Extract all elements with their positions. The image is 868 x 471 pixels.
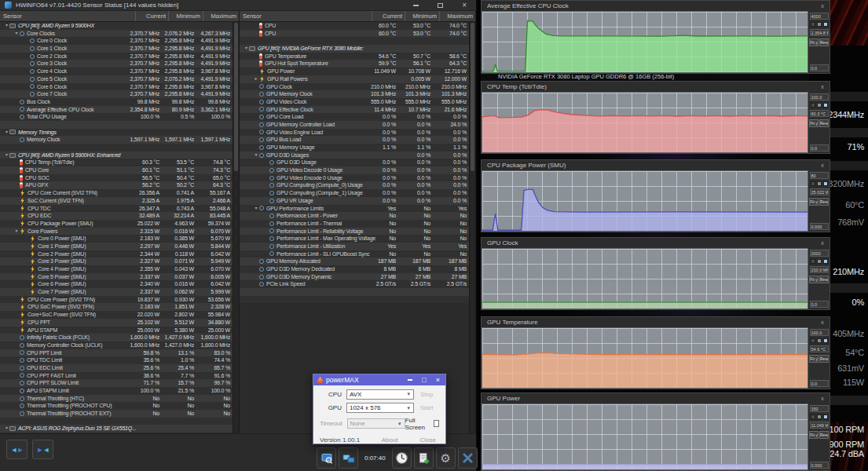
sensor-row[interactable]: Memory Controller Clock (UCLK)1,600.0 MH… <box>0 341 233 349</box>
sensor-row[interactable]: Core 3 Power (SMU)2.327 W0.071 W5.949 W <box>0 257 233 265</box>
maximize-icon[interactable] <box>438 3 443 8</box>
sensor-row[interactable]: ▾Core Powers2.315 W0.016 W6.070 W <box>0 228 233 236</box>
sensor-row[interactable]: Core 7 Clock2,370.7 MHz2,295.8 MHz4,491.… <box>0 90 233 98</box>
sensor-row[interactable]: Core 0 Clock2,370.7 MHz2,295.8 MHz4,491.… <box>0 37 233 45</box>
sensor-row[interactable]: CPU Temp (Tctl/Tdie)60.3 °C53.5 °C74.8 °… <box>0 159 233 166</box>
sensor-row[interactable]: Core 1 Power (SMU)2.297 W0.446 W5.844 W <box>0 243 233 250</box>
close-icon[interactable]: x <box>821 162 824 169</box>
cpu-test-select[interactable]: AVX ▼ <box>346 389 414 400</box>
reset-button[interactable]: Reset <box>819 38 829 46</box>
sensor-row[interactable]: Core+SoC Power (SVI2 TFN)22.020 W2.802 W… <box>0 311 233 319</box>
sensor-row[interactable]: CPU TDC26.347 A0.743 A55.048 A <box>0 205 233 213</box>
expand-arrow-icon[interactable]: ▸ <box>253 75 259 83</box>
sensor-row[interactable]: GPU Video Encode 0 Usage0.0 %0.0 %0.0 % <box>240 174 469 182</box>
close-icon[interactable]: x <box>821 84 824 90</box>
table-header[interactable]: SensorCurrentMinimumMaximum <box>0 11 239 22</box>
fit-y-button[interactable]: Fit y <box>809 276 819 283</box>
sensor-row[interactable]: Thermal Throttling (PROCHOT EXT)NoNoNo <box>0 410 233 418</box>
reset-button[interactable]: Reset <box>819 431 829 439</box>
sensor-row[interactable]: Core 2 Clock2,370.7 MHz2,295.8 MHz4,491.… <box>0 53 233 60</box>
graph-titlebar[interactable]: CPU Package Power (SMU)x <box>482 160 830 170</box>
stop-button[interactable]: Stop <box>414 391 439 398</box>
sensor-row[interactable]: CPU Package Power (SMU)25.022 W4.963 W59… <box>0 220 233 228</box>
close-icon[interactable]: × <box>462 2 467 9</box>
sensor-row[interactable]: Bus Clock99.8 MHz99.8 MHz99.8 MHz <box>0 98 233 106</box>
collapse-arrow-icon[interactable]: ▾ <box>13 228 20 236</box>
scale-max-input[interactable]: 4000 <box>810 13 829 20</box>
graph-titlebar[interactable]: GPU Clockx <box>482 238 830 248</box>
sensor-row[interactable]: Core 3 Clock2,370.7 MHz2,295.8 MHz4,491.… <box>0 60 233 68</box>
scale-max-input[interactable]: 100.0 <box>810 93 829 100</box>
sensor-row[interactable]: GPU Memory Clock101.3 MHz101.3 MHz101.3 … <box>240 90 469 98</box>
column-header-minimum[interactable]: Minimum <box>405 11 439 21</box>
sensor-row[interactable]: Core 4 Power (SMU)2.355 W0.043 W6.070 W <box>0 265 233 273</box>
move-value-in-button[interactable]: ►◄ <box>32 440 53 459</box>
close-sensors-button[interactable] <box>458 447 478 469</box>
collapse-arrow-icon[interactable]: ▾ <box>253 205 259 213</box>
color-swatch[interactable] <box>817 259 822 264</box>
sensor-group-row[interactable]: ▾CPU [#0]: AMD Ryzen 9 5900HX: Enhanced <box>0 152 233 159</box>
fit-y-button[interactable]: Fit y <box>809 38 819 46</box>
collapse-arrow-icon[interactable]: ▾ <box>3 22 9 30</box>
color-swatch[interactable] <box>823 22 828 27</box>
settings-button[interactable]: ⚙ <box>436 447 456 469</box>
sensor-row[interactable]: CPU Core60.1 °C51.1 °C74.3 °C <box>0 166 233 174</box>
sensor-row[interactable]: ▾Core Clocks2,370.7 MHz2,076.2 MHz4,267.… <box>0 30 233 38</box>
sensor-row[interactable]: CPU60.0 °C53.0 °C74.0 °C <box>240 30 469 38</box>
about-button[interactable]: About <box>382 436 398 444</box>
gpu-test-select[interactable]: 1024 x 576 ▼ <box>346 403 414 413</box>
close-button[interactable]: Close <box>420 436 436 444</box>
graph-titlebar[interactable]: CPU Temp (Tctl/Tdie)x <box>482 82 830 92</box>
sensor-row[interactable]: GPU Video Decode 0 Usage0.0 %0.0 %0.0 % <box>240 166 469 174</box>
sensor-row[interactable]: Core 6 Clock2,370.7 MHz2,295.8 MHz3,967.… <box>0 83 233 91</box>
color-swatch[interactable] <box>823 259 828 264</box>
sensor-row[interactable]: ▾GPU D3D Usages0.0 %0.0 % <box>240 152 469 159</box>
sensor-row[interactable]: Performance Limit - SLI GPUBoost SyncNoN… <box>240 250 469 258</box>
sensor-row[interactable]: Thermal Throttling (HTC)NoNoNo <box>0 395 233 403</box>
minimize-icon[interactable] <box>413 5 419 6</box>
scale-min-input[interactable]: 0.000 <box>810 223 829 230</box>
sensor-row[interactable]: Core 1 Clock2,370.7 MHz2,295.8 MHz4,491.… <box>0 45 233 53</box>
color-swatch[interactable] <box>817 338 822 343</box>
color-swatch[interactable] <box>823 414 828 419</box>
reset-button[interactable]: Reset <box>819 355 829 363</box>
graph-titlebar[interactable]: GPU Temperaturex <box>482 317 830 327</box>
close-icon[interactable]: x <box>821 240 824 246</box>
sensor-row[interactable]: Thermal Throttling (PROCHOT CPU)NoNoNo <box>0 402 233 410</box>
timeout-select[interactable]: None ▼ <box>347 418 405 429</box>
sensor-row[interactable]: GPU VR Usage0.0 %0.0 %0.0 % <box>240 197 469 205</box>
close-icon[interactable]: x <box>821 3 824 9</box>
color-swatch[interactable] <box>811 103 815 108</box>
sensor-row[interactable]: ▾GPU Performance LimitsYesNoYes <box>240 205 469 213</box>
sensor-row[interactable]: CPU SOC56.5 °C50.4 °C65.0 °C <box>0 174 233 182</box>
sensor-row[interactable]: Core 5 Clock2,370.7 MHz2,076.2 MHz4,491.… <box>0 75 233 83</box>
close-icon[interactable]: × <box>436 377 440 383</box>
scale-min-input[interactable]: 0.000 <box>810 462 829 469</box>
scale-max-input[interactable]: 100.0 <box>810 329 829 336</box>
sensor-group-row[interactable]: ▾ACPI: ASUS ROG Zephyrus Duo 15 SE GX551… <box>0 425 233 433</box>
scrollbar[interactable] <box>469 22 475 433</box>
sensor-row[interactable]: CPU Core Current (SVI2 TFN)26.356 A0.741… <box>0 189 233 197</box>
collapse-arrow-icon[interactable]: ▾ <box>243 45 249 53</box>
move-value-out-button[interactable]: ◄► <box>6 440 27 459</box>
fit-y-button[interactable]: Fit y <box>809 431 819 439</box>
fit-y-button[interactable]: Fit y <box>809 355 819 363</box>
sensor-row[interactable]: CPU Core Power (SVI2 TFN)19.837 W0.930 W… <box>0 296 233 304</box>
column-header-sensor[interactable]: Sensor <box>240 11 372 21</box>
sensor-row[interactable]: GPU D3D Memory Dynamic27 MB27 MB27 MB <box>240 273 469 281</box>
sensor-row[interactable]: CPU PPT SLOW Limit71.7 %15.7 %99.7 % <box>0 379 233 387</box>
sensor-row[interactable]: Core 0 Power (SMU)2.183 W0.385 W5.670 W <box>0 235 233 243</box>
sensor-row[interactable]: Core 7 Power (SMU)2.337 W0.062 W5.999 W <box>0 288 233 296</box>
reset-button[interactable]: Reset <box>819 276 829 283</box>
fullscreen-checkbox[interactable] <box>434 420 440 427</box>
column-header-maximum[interactable]: Maximum <box>203 11 239 21</box>
fit-y-button[interactable]: Fit y <box>809 198 819 206</box>
scale-max-input[interactable]: 150 <box>810 405 829 412</box>
collapse-arrow-icon[interactable]: ▾ <box>3 129 9 137</box>
column-header-sensor[interactable]: Sensor <box>0 11 135 21</box>
sensor-row[interactable]: CPU60.0 °C53.0 °C74.0 °C <box>240 22 469 30</box>
scale-max-input[interactable]: 2000 <box>810 250 829 257</box>
sensor-row[interactable]: Performance Limit - PowerNoNoNo <box>240 212 469 220</box>
sensor-row[interactable]: SoC Current (SVI2 TFN)2.325 A1.975 A2.46… <box>0 197 233 205</box>
window-titlebar[interactable]: HWiNFO64 v7.01-4420 Sensor Status [144 v… <box>0 0 476 11</box>
